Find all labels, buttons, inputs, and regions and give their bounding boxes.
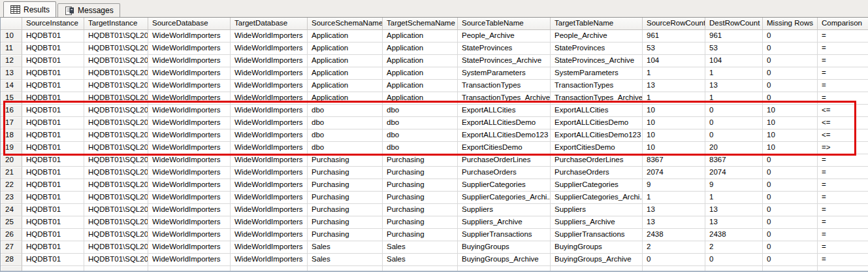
cell-targetinstance[interactable]: HQDBT01\SQL2017 [84,80,148,92]
cell-sourcetablename[interactable]: Suppliers [458,204,551,216]
cell-sourcerowcount[interactable]: 10 [643,142,705,154]
cell-sourcerowcount[interactable]: 13 [643,80,705,92]
cell-destrowcount[interactable]: 13 [705,80,763,92]
column-header-comparison[interactable]: Comparison [818,18,868,30]
cell-sourcedatabase[interactable]: WideWorldImporters [148,55,231,67]
cell-targetinstance[interactable]: HQDBT01\SQL2017 [84,154,148,167]
cell-targettablename[interactable]: People_Archive [551,30,643,42]
cell-sourcerowcount[interactable]: 53 [643,42,705,55]
cell-sourcetablename[interactable]: PurchaseOrders [458,167,551,179]
cell-destrowcount[interactable]: 1 [705,192,763,204]
cell-sourceinstance[interactable]: HQDBT01 [22,154,84,167]
cell-sourceinstance[interactable]: HQDBT01 [22,92,84,105]
cell-targetschemaname[interactable]: dbo [383,129,458,142]
cell-targetdatabase[interactable]: WideWorldImporters [231,80,308,92]
cell-targetschemaname[interactable]: Purchasing [383,229,458,241]
cell-targettablename[interactable]: ExportCitiesDemo [551,142,643,154]
row-number[interactable]: 15 [1,92,22,105]
cell-sourcetablename[interactable]: ExportALLCitiesDemo [458,117,551,129]
cell-targettablename[interactable]: SupplierCategories_Archi... [551,192,643,204]
cell-targettablename[interactable]: BuyingGroups_Archive [551,254,643,266]
cell-sourcetablename[interactable]: SupplierCategories_Archi... [458,192,551,204]
cell-sourceschemaname[interactable]: dbo [308,105,383,117]
cell-targetdatabase[interactable]: WideWorldImporters [231,167,308,179]
cell-sourcetablename[interactable]: PurchaseOrderLines [458,154,551,167]
cell-sourceinstance[interactable]: HQDBT01 [22,179,84,192]
cell-targetinstance[interactable]: HQDBT01\SQL2017 [84,30,148,42]
cell-comparison[interactable]: = [818,179,868,192]
cell-sourcedatabase[interactable]: WideWorldImporters [148,117,231,129]
cell-sourcedatabase[interactable]: WideWorldImporters [148,167,231,179]
cell-sourcedatabase[interactable]: WideWorldImporters [148,192,231,204]
column-header-targettablename[interactable]: TargetTableName [551,18,643,30]
cell-destrowcount[interactable]: 1 [705,67,763,80]
cell-targettablename[interactable]: Suppliers_Archive [551,216,643,229]
cell-sourceschemaname[interactable]: dbo [308,129,383,142]
cell-sourceschemaname[interactable]: Purchasing [308,229,383,241]
tab-results[interactable]: Results [3,1,56,17]
column-header-sourcedatabase[interactable]: SourceDatabase [148,18,231,30]
cell-comparison[interactable]: = [818,192,868,204]
cell-sourceinstance[interactable]: HQDBT01 [22,129,84,142]
cell-destrowcount[interactable]: 1 [705,92,763,105]
cell-targetinstance[interactable]: HQDBT01\SQL2017 [84,167,148,179]
cell-targetdatabase[interactable]: WideWorldImporters [231,154,308,167]
cell-sourceinstance[interactable]: HQDBT01 [22,105,84,117]
row-number[interactable]: 24 [1,204,22,216]
cell-targetschemaname[interactable]: Application [383,80,458,92]
cell-sourcerowcount[interactable]: 10 [643,105,705,117]
cell-targetschemaname[interactable]: dbo [383,142,458,154]
cell-destrowcount[interactable]: 2074 [705,167,763,179]
cell-sourcetablename[interactable]: Suppliers_Archive [458,216,551,229]
cell-targetdatabase[interactable]: WideWorldImporters [231,204,308,216]
cell-missing-rows[interactable]: 10 [763,129,818,142]
cell-missing-rows[interactable]: 10 [763,105,818,117]
cell-comparison[interactable]: = [818,216,868,229]
cell-sourcedatabase[interactable]: WideWorldImporters [148,204,231,216]
cell-targetschemaname[interactable]: Purchasing [383,154,458,167]
cell-sourceschemaname[interactable]: Purchasing [308,204,383,216]
cell-destrowcount[interactable]: 0 [705,117,763,129]
row-number[interactable]: 19 [1,142,22,154]
cell-sourceschemaname[interactable]: Application [308,92,383,105]
cell-missing-rows[interactable]: 0 [763,55,818,67]
cell-targetschemaname[interactable]: Sales [383,254,458,266]
cell-sourceschemaname[interactable]: Purchasing [308,192,383,204]
cell-sourcedatabase[interactable]: WideWorldImporters [148,92,231,105]
cell-sourcerowcount[interactable]: 2438 [643,229,705,241]
cell-comparison[interactable]: = [818,204,868,216]
cell-targettablename[interactable]: SystemParameters [551,67,643,80]
cell-targetinstance[interactable]: HQDBT01\SQL2017 [84,105,148,117]
cell-targetschemaname[interactable]: dbo [383,105,458,117]
cell-targettablename[interactable]: StateProvinces [551,42,643,55]
cell-comparison[interactable]: = [818,254,868,266]
cell-sourceschemaname[interactable]: Application [308,30,383,42]
cell-destrowcount[interactable]: 961 [705,30,763,42]
cell-sourcetablename[interactable]: BuyingGroups_Archive [458,254,551,266]
cell-destrowcount[interactable]: 104 [705,55,763,67]
row-number[interactable]: 12 [1,55,22,67]
cell-targetdatabase[interactable]: WideWorldImporters [231,179,308,192]
cell-targettablename[interactable]: TransactionTypes [551,80,643,92]
cell-targetschemaname[interactable]: Application [383,42,458,55]
cell-sourcetablename[interactable]: SupplierTransactions [458,229,551,241]
cell-targetdatabase[interactable]: WideWorldImporters [231,142,308,154]
cell-sourceschemaname[interactable]: Purchasing [308,167,383,179]
cell-comparison[interactable]: = [818,241,868,254]
cell-sourceschemaname[interactable]: Purchasing [308,179,383,192]
cell-sourceschemaname[interactable]: Application [308,55,383,67]
cell-sourcerowcount[interactable]: 104 [643,55,705,67]
column-header-sourceinstance[interactable]: SourceInstance [22,18,84,30]
row-number[interactable]: 14 [1,80,22,92]
cell-sourceschemaname[interactable]: Sales [308,254,383,266]
cell-targettablename[interactable]: TransactionTypes_Archive [551,92,643,105]
cell-targetdatabase[interactable]: WideWorldImporters [231,55,308,67]
cell-sourcetablename[interactable]: People_Archive [458,30,551,42]
cell-comparison[interactable]: = [818,30,868,42]
cell-destrowcount[interactable]: 0 [705,129,763,142]
cell-targetdatabase[interactable]: WideWorldImporters [231,129,308,142]
cell-targettablename[interactable]: SupplierCategories [551,179,643,192]
cell-missing-rows[interactable]: 0 [763,229,818,241]
row-number[interactable]: 28 [1,254,22,266]
cell-targetschemaname[interactable]: Sales [383,241,458,254]
